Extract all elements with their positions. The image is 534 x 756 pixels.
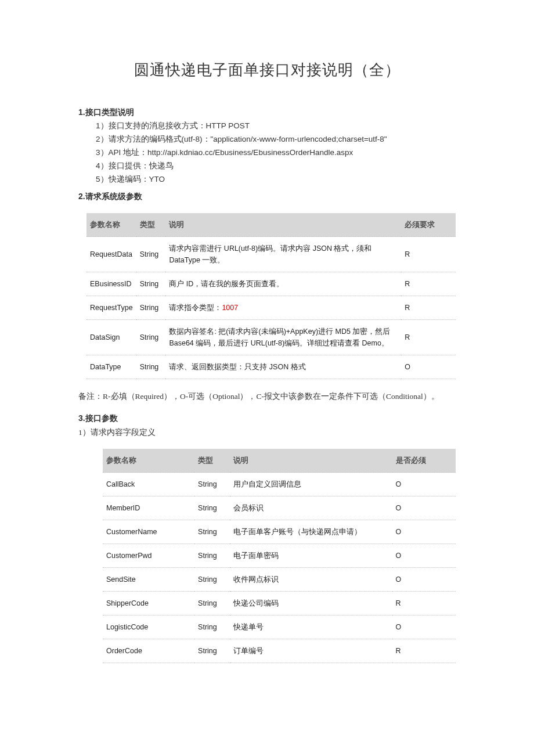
table-row: RequestData String 请求内容需进行 URL(utf-8)编码。…	[86, 237, 456, 272]
table-row: ShipperCodeString快递公司编码R	[103, 592, 456, 615]
cell-desc: 电子面单密码	[230, 544, 392, 568]
col-header-desc: 说明	[165, 213, 401, 237]
cell-desc: 电子面单客户账号（与快递网点申请）	[230, 520, 392, 544]
col-header-desc: 说明	[230, 449, 392, 473]
cell-type: String	[136, 296, 166, 320]
table-row: LogisticCodeString快递单号O	[103, 615, 456, 639]
cell-type: String	[194, 592, 230, 615]
col-header-req: 必须要求	[401, 213, 456, 237]
table-row: CustomerNameString电子面单客户账号（与快递网点申请）O	[103, 520, 456, 544]
list-item: 4）接口提供：快递鸟	[78, 160, 456, 173]
cell-desc: 会员标识	[230, 496, 392, 520]
cell-name: ShipperCode	[103, 592, 194, 615]
cell-desc: 商户 ID，请在我的服务页面查看。	[165, 272, 401, 296]
cell-type: String	[136, 237, 166, 272]
cell-type: String	[194, 496, 230, 520]
cell-req: O	[392, 496, 456, 520]
cell-name: EBusinessID	[86, 272, 136, 296]
cell-req: O	[401, 355, 456, 379]
table-row: EBusinessID String 商户 ID，请在我的服务页面查看。 R	[86, 272, 456, 296]
cell-type: String	[136, 272, 166, 296]
col-header-type: 类型	[136, 213, 166, 237]
cell-desc: 数据内容签名: 把(请求内容(未编码)+AppKey)进行 MD5 加密，然后 …	[165, 320, 401, 355]
table-row: DataType String 请求、返回数据类型：只支持 JSON 格式 O	[86, 355, 456, 379]
cell-desc: 收件网点标识	[230, 568, 392, 592]
cell-req: R	[401, 320, 456, 355]
cell-type: String	[194, 639, 230, 663]
list-item: 5）快递编码：YTO	[78, 173, 456, 186]
cell-desc: 快递公司编码	[230, 592, 392, 615]
cell-desc: 请求内容需进行 URL(utf-8)编码。请求内容 JSON 格式，须和 Dat…	[165, 237, 401, 272]
section1-heading: 1.接口类型说明	[78, 106, 456, 118]
cell-name: CallBack	[103, 473, 194, 496]
cell-desc: 订单编号	[230, 639, 392, 663]
col-header-name: 参数名称	[86, 213, 136, 237]
cell-name: LogisticCode	[103, 615, 194, 639]
list-item: 1）接口支持的消息接收方式：HTTP POST	[78, 120, 456, 133]
section3-heading: 3.接口参数	[78, 412, 456, 424]
table-row: CustomerPwdString电子面单密码O	[103, 544, 456, 568]
cell-req: O	[392, 473, 456, 496]
cell-type: String	[194, 544, 230, 568]
table-row: MemberIDString会员标识O	[103, 496, 456, 520]
cell-desc: 快递单号	[230, 615, 392, 639]
cell-req: O	[392, 615, 456, 639]
table-row: DataSign String 数据内容签名: 把(请求内容(未编码)+AppK…	[86, 320, 456, 355]
cell-desc: 请求、返回数据类型：只支持 JSON 格式	[165, 355, 401, 379]
cell-desc: 用户自定义回调信息	[230, 473, 392, 496]
table-row: RequestType String 请求指令类型：1007 R	[86, 296, 456, 320]
cell-type: String	[136, 320, 166, 355]
red-text: 1007	[222, 304, 238, 312]
col-header-name: 参数名称	[103, 449, 194, 473]
interface-params-table: 参数名称 类型 说明 是否必须 CallBackString用户自定义回调信息O…	[103, 449, 456, 663]
cell-name: DataSign	[86, 320, 136, 355]
cell-type: String	[194, 520, 230, 544]
table-header-row: 参数名称 类型 说明 是否必须	[103, 449, 456, 473]
cell-name: SendSite	[103, 568, 194, 592]
cell-req: O	[392, 568, 456, 592]
cell-req: O	[392, 520, 456, 544]
cell-req: R	[401, 296, 456, 320]
cell-req: R	[401, 272, 456, 296]
list-item: 3）API 地址：http://api.kdniao.cc/Ebusiness/…	[78, 146, 456, 160]
list-item: 2）请求方法的编码格式(utf-8)："application/x-www-fo…	[78, 133, 456, 146]
cell-name: RequestData	[86, 237, 136, 272]
cell-type: String	[136, 355, 166, 379]
table-header-row: 参数名称 类型 说明 必须要求	[86, 213, 456, 237]
cell-type: String	[194, 615, 230, 639]
table-row: CallBackString用户自定义回调信息O	[103, 473, 456, 496]
table-row: OrderCodeString订单编号R	[103, 639, 456, 663]
cell-name: CustomerPwd	[103, 544, 194, 568]
cell-desc: 请求指令类型：1007	[165, 296, 401, 320]
section2-heading: 2.请求系统级参数	[78, 190, 456, 203]
cell-req: R	[401, 237, 456, 272]
system-params-table: 参数名称 类型 说明 必须要求 RequestData String 请求内容需…	[86, 213, 456, 379]
page-title: 圆通快递电子面单接口对接说明（全）	[78, 58, 456, 82]
col-header-req: 是否必须	[392, 449, 456, 473]
cell-name: MemberID	[103, 496, 194, 520]
cell-name: OrderCode	[103, 639, 194, 663]
table-row: SendSiteString收件网点标识O	[103, 568, 456, 592]
cell-req: R	[392, 592, 456, 615]
cell-type: String	[194, 473, 230, 496]
cell-req: O	[392, 544, 456, 568]
cell-type: String	[194, 568, 230, 592]
note-text: 备注：R-必填（Required），O-可选（Optional），C-报文中该参…	[78, 390, 456, 404]
cell-name: DataType	[86, 355, 136, 379]
cell-name: CustomerName	[103, 520, 194, 544]
cell-req: R	[392, 639, 456, 663]
section3-sub: 1）请求内容字段定义	[78, 426, 456, 439]
col-header-type: 类型	[194, 449, 230, 473]
cell-name: RequestType	[86, 296, 136, 320]
